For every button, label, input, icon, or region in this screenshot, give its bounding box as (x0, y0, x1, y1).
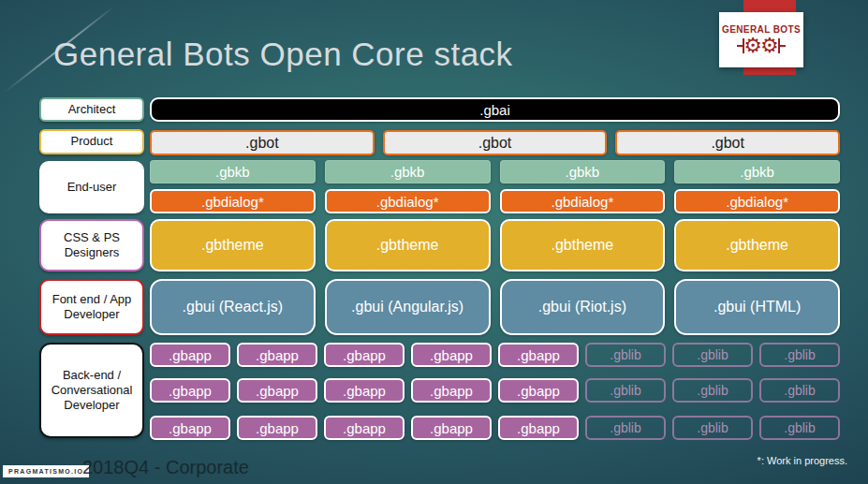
row-backend-3: .gbapp .gbapp .gbapp .gbapp .gbapp .gbli… (150, 416, 840, 440)
gbapp-box: .gbapp (411, 378, 492, 403)
gears-icon: ⚙ ⚙ (737, 36, 785, 56)
pragmatismo-logo: PRAGMATISMO.IO (3, 465, 89, 477)
row-label-backend-developer: Back-end / Conversational Developer (39, 343, 144, 438)
gbapp-box: .gbapp (237, 343, 317, 367)
row-gbai: .gbai (150, 97, 840, 122)
gblib-box: .gblib (759, 416, 840, 440)
gbapp-box: .gbapp (237, 416, 317, 440)
gbapp-box: .gbapp (411, 343, 492, 367)
work-in-progress-note: *: Work in progress. (758, 455, 847, 466)
gbui-box: .gbui (Angular.js) (325, 279, 491, 335)
gbapp-box: .gbapp (411, 416, 492, 440)
gbot-box: .gbot (615, 130, 840, 155)
general-bots-logo: GENERAL BOTS ⚙ ⚙ (719, 12, 803, 67)
gbapp-box: .gbapp (498, 378, 579, 403)
gblib-box: .gblib (672, 378, 753, 403)
gbdialog-box: .gbdialog* (325, 189, 491, 213)
gbapp-box: .gbapp (324, 416, 405, 440)
footer-caption: 2018Q4 - Corporate (82, 457, 249, 478)
gbtheme-box: .gbtheme (325, 219, 491, 271)
gbapp-box: .gbapp (150, 343, 230, 367)
gbapp-box: .gbapp (237, 378, 317, 403)
gbui-box: .gbui (HTML) (674, 279, 840, 335)
row-backend-2: .gbapp .gbapp .gbapp .gbapp .gbapp .gbli… (150, 378, 840, 403)
gblib-box: .gblib (585, 378, 666, 403)
gbapp-box: .gbapp (498, 343, 579, 367)
gear-icon: ⚙ (760, 36, 779, 56)
row-gbtheme: .gbtheme .gbtheme .gbtheme .gbtheme (150, 219, 840, 271)
gbkb-box: .gbkb (150, 160, 316, 183)
row-label-product: Product (39, 129, 144, 154)
gblib-box: .gblib (759, 343, 840, 367)
gbkb-box: .gbkb (500, 160, 666, 183)
gbkb-box: .gbkb (325, 160, 491, 183)
gbapp-box: .gbapp (150, 416, 230, 440)
gbdialog-box: .gbdialog* (674, 189, 840, 213)
gblib-box: .gblib (585, 416, 666, 440)
gbui-box: .gbui (React.js) (150, 279, 316, 335)
row-label-designers: CSS & PS Designers (39, 219, 144, 271)
gbapp-box: .gbapp (324, 343, 405, 367)
gbtheme-box: .gbtheme (500, 219, 666, 271)
row-gbkb: .gbkb .gbkb .gbkb .gbkb (150, 160, 840, 183)
logo-name: GENERAL BOTS (722, 24, 801, 35)
gbui-box: .gbui (Riot.js) (500, 279, 666, 335)
row-backend-1: .gbapp .gbapp .gbapp .gbapp .gbapp .gbli… (150, 343, 840, 367)
row-label-end-user: End-user (39, 161, 144, 213)
gbapp-box: .gbapp (150, 378, 230, 403)
gbdialog-box: .gbdialog* (500, 189, 666, 213)
row-gbui: .gbui (React.js) .gbui (Angular.js) .gbu… (150, 279, 840, 335)
row-label-architect: Architect (39, 97, 144, 122)
gbai-box: .gbai (150, 97, 840, 122)
gblib-box: .gblib (672, 416, 753, 440)
gblib-box: .gblib (672, 343, 753, 367)
row-label-frontend-developer: Font end / App Developer (39, 279, 144, 335)
page-title: General Bots Open Core stack (53, 36, 513, 73)
gbtheme-box: .gbtheme (150, 219, 316, 271)
gblib-box: .gblib (585, 343, 666, 367)
gbkb-box: .gbkb (674, 160, 840, 183)
gbapp-box: .gbapp (324, 378, 405, 403)
gbapp-box: .gbapp (498, 416, 579, 440)
row-gbot: .gbot .gbot .gbot (150, 130, 840, 155)
row-gbdialog: .gbdialog* .gbdialog* .gbdialog* .gbdial… (150, 189, 840, 213)
gbot-box: .gbot (150, 130, 375, 155)
gblib-box: .gblib (759, 378, 840, 403)
gbot-box: .gbot (383, 130, 608, 155)
gbdialog-box: .gbdialog* (150, 189, 316, 213)
gbtheme-box: .gbtheme (674, 219, 840, 271)
gear-line-right (780, 45, 786, 47)
slide: General Bots Open Core stack GENERAL BOT… (0, 0, 868, 484)
